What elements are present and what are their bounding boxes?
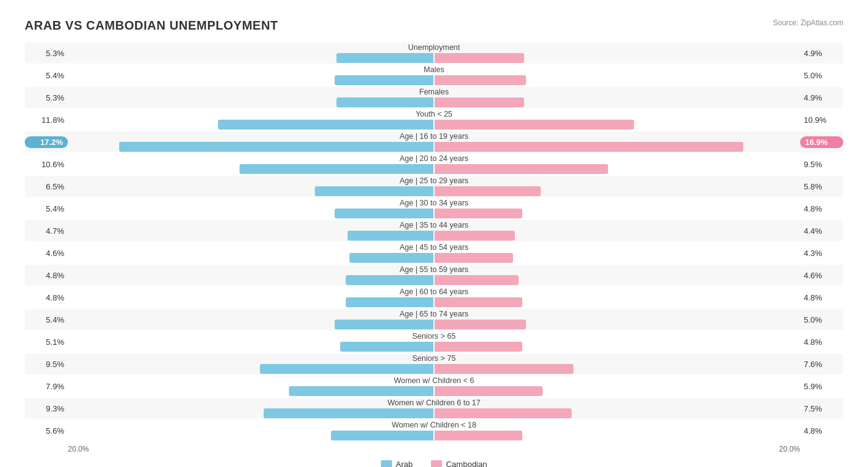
bar-blue [335,75,433,85]
bar-pink [435,142,743,152]
right-value: 4.3% [800,249,843,258]
bar-left-wrap [68,364,433,374]
chart-row: 5.4%Age | 30 to 34 years4.8% [25,198,843,219]
dual-bars [68,164,800,174]
legend-item-cambodian: Cambodian [431,460,487,467]
right-value: 5.8% [800,182,843,191]
bar-label: Age | 60 to 64 years [399,287,469,296]
bars-wrapper: Age | 16 to 19 years [68,132,800,152]
left-value: 5.1% [25,337,68,347]
chart-area: 5.3%Unemployment4.9%5.4%Males5.0%5.3%Fem… [25,43,843,441]
right-value: 4.8% [800,337,843,347]
bar-right-wrap [435,186,800,196]
legend-label-arab: Arab [396,460,412,467]
bars-wrapper: Women w/ Children 6 to 17 [68,399,800,418]
bars-wrapper: Age | 65 to 74 years [68,310,800,329]
bar-label: Unemployment [408,43,460,52]
bar-blue [264,408,433,418]
legend-box-cambodian [431,460,442,468]
chart-row: 5.3%Females4.9% [25,87,843,108]
left-value: 4.8% [25,271,68,280]
chart-row: 5.3%Unemployment4.9% [25,43,843,64]
bar-blue [260,364,433,374]
dual-bars [68,53,800,63]
right-value: 4.9% [800,93,843,102]
dual-bars [68,75,800,85]
bar-label: Age | 45 to 54 years [399,243,469,252]
right-value: 4.9% [800,49,843,58]
bar-pink [435,75,526,85]
bar-pink [435,120,634,130]
left-value: 6.5% [25,182,68,191]
dual-bars [68,431,800,440]
legend-label-cambodian: Cambodian [446,460,487,467]
bar-right-wrap [435,97,800,107]
bar-left-wrap [68,120,433,130]
bar-pink [435,408,572,418]
legend: Arab Cambodian [25,460,843,467]
dual-bars [68,275,800,285]
right-value: 10.9% [800,115,843,125]
bar-left-wrap [68,431,433,440]
left-value: 9.3% [25,404,68,413]
bar-pink [435,320,526,329]
bar-left-wrap [68,275,433,285]
chart-row: 4.6%Age | 45 to 54 years4.3% [25,242,843,263]
bar-left-wrap [68,164,433,174]
bars-wrapper: Age | 20 to 24 years [68,154,800,174]
dual-bars [68,186,800,196]
left-value: 7.9% [25,382,68,391]
left-value: 4.8% [25,293,68,302]
left-value: 5.3% [25,93,68,102]
legend-item-arab: Arab [381,460,412,467]
bars-wrapper: Seniors > 75 [68,354,800,374]
bars-wrapper: Age | 45 to 54 years [68,243,800,263]
bar-right-wrap [435,209,800,218]
bar-right-wrap [435,408,800,418]
chart-title: ARAB VS CAMBODIAN UNEMPLOYMENT [25,19,278,33]
bar-pink [435,342,522,352]
axis-labels: 20.0% 20.0% [25,445,843,453]
bars-wrapper: Unemployment [68,43,800,63]
bar-blue [340,342,433,352]
bar-right-wrap [435,142,800,152]
chart-header: ARAB VS CAMBODIAN UNEMPLOYMENT Source: Z… [25,19,843,33]
dual-bars [68,320,800,329]
chart-row: 11.8%Youth < 2510.9% [25,109,843,130]
chart-row: 4.7%Age | 35 to 44 years4.4% [25,220,843,241]
bar-right-wrap [435,342,800,352]
bars-wrapper: Females [68,88,800,107]
chart-row: 4.8%Age | 60 to 64 years4.8% [25,287,843,308]
bars-wrapper: Youth < 25 [68,110,800,130]
chart-source: Source: ZipAtlas.com [773,19,843,27]
dual-bars [68,209,800,218]
bars-wrapper: Age | 35 to 44 years [68,221,800,241]
legend-box-arab [381,460,392,468]
left-value: 5.3% [25,49,68,58]
right-value: 5.9% [800,382,843,391]
left-value: 5.4% [25,71,68,80]
bar-left-wrap [68,320,433,329]
bar-right-wrap [435,75,800,85]
right-value: 5.0% [800,71,843,80]
bars-wrapper: Age | 25 to 29 years [68,176,800,196]
bar-left-wrap [68,297,433,307]
bar-label: Age | 20 to 24 years [399,154,469,163]
right-value: 5.0% [800,315,843,324]
left-value: 4.7% [25,226,68,236]
bar-right-wrap [435,253,800,263]
bar-label: Age | 16 to 19 years [399,132,469,141]
bar-pink [435,97,524,107]
bar-left-wrap [68,342,433,352]
dual-bars [68,120,800,130]
bars-wrapper: Seniors > 65 [68,332,800,352]
bar-blue [119,142,433,152]
chart-row: 9.5%Seniors > 757.6% [25,353,843,374]
bar-right-wrap [435,164,800,174]
bar-left-wrap [68,209,433,218]
bar-pink [435,209,522,218]
right-value: 16.9% [800,136,843,148]
bar-pink [435,431,522,440]
chart-row: 10.6%Age | 20 to 24 years9.5% [25,154,843,175]
bar-right-wrap [435,386,800,396]
